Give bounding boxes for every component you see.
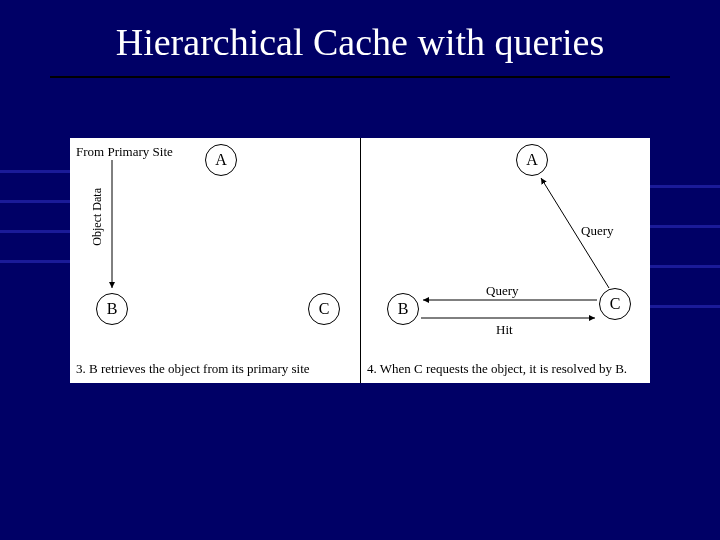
query-label-cb: Query [486, 283, 519, 299]
node-b: B [96, 293, 128, 325]
bg-stripe [650, 305, 720, 308]
bg-stripe [650, 185, 720, 188]
arrow-primary-to-b [70, 138, 360, 383]
bg-stripe [0, 260, 70, 263]
bg-stripe [0, 230, 70, 233]
slide: Hierarchical Cache with queries From Pri… [0, 0, 720, 540]
bg-stripe [650, 265, 720, 268]
diagram-container: From Primary Site A Object Data B C 3. B [70, 138, 650, 383]
query-label-ca: Query [581, 223, 614, 239]
caption-step-4: 4. When C requests the object, it is res… [367, 361, 644, 377]
arrows-queries [361, 138, 650, 383]
bg-stripe [0, 200, 70, 203]
bg-stripe [650, 225, 720, 228]
title-underline [50, 76, 670, 78]
caption-step-3: 3. B retrieves the object from its prima… [76, 361, 354, 377]
page-title: Hierarchical Cache with queries [0, 20, 720, 64]
node-c: C [308, 293, 340, 325]
bg-stripe [0, 170, 70, 173]
node-b-label: B [107, 300, 118, 318]
panel-step-3: From Primary Site A Object Data B C 3. B [70, 138, 360, 383]
panel-step-4: A B C Query Qu [360, 138, 650, 383]
hit-label: Hit [496, 322, 513, 338]
node-c-label: C [319, 300, 330, 318]
